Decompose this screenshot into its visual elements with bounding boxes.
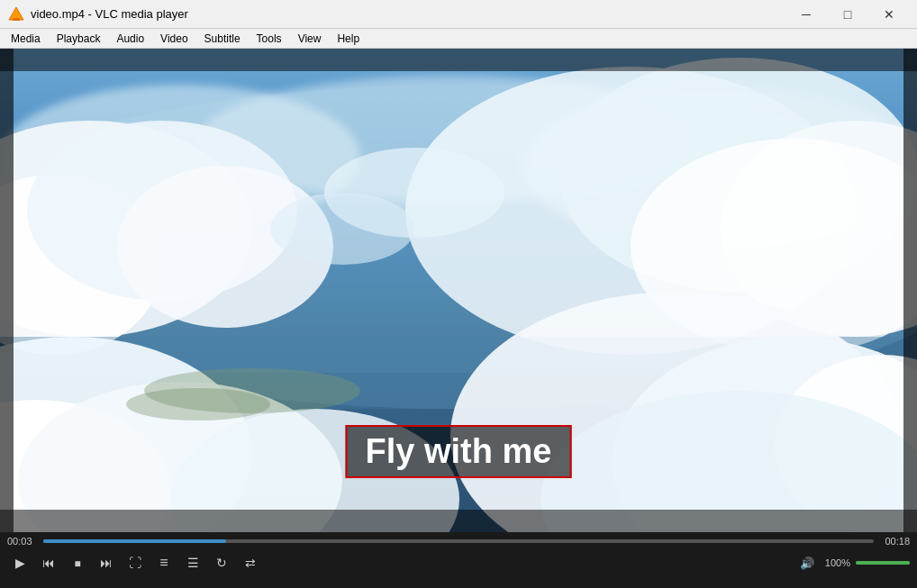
volume-controls: 100%	[794, 550, 910, 575]
loop-icon	[216, 555, 227, 571]
controls-bar: 00:03 00:18	[0, 532, 917, 588]
volume-icon	[800, 555, 814, 571]
play-icon	[15, 555, 25, 571]
minimize-button[interactable]: ─	[785, 0, 827, 29]
menu-view[interactable]: View	[291, 31, 329, 47]
menu-subtitle[interactable]: Subtitle	[197, 31, 248, 47]
vlc-icon	[7, 5, 25, 23]
next-icon	[100, 555, 113, 571]
svg-rect-31	[0, 49, 14, 532]
menu-help[interactable]: Help	[330, 31, 367, 47]
progress-fill	[43, 539, 226, 543]
menu-playback[interactable]: Playback	[50, 31, 108, 47]
svg-point-28	[126, 388, 270, 421]
volume-button[interactable]	[794, 550, 820, 575]
loop-button[interactable]	[209, 550, 234, 575]
window-title: video.mp4 - VLC media player	[31, 7, 188, 21]
extended-settings-button[interactable]	[151, 550, 177, 575]
menu-bar: Media Playback Audio Video Subtitle Tool…	[0, 29, 917, 49]
close-button[interactable]: ✕	[868, 0, 910, 29]
progress-row: 00:03 00:18	[7, 536, 910, 547]
title-bar-controls: ─ □ ✕	[785, 0, 910, 29]
random-button[interactable]	[238, 550, 263, 575]
next-button[interactable]	[94, 550, 119, 575]
volume-label: 100%	[825, 557, 850, 568]
random-icon	[245, 555, 256, 571]
previous-button[interactable]	[36, 550, 61, 575]
svg-rect-30	[0, 510, 917, 532]
play-button[interactable]	[7, 550, 32, 575]
menu-media[interactable]: Media	[4, 31, 48, 47]
menu-tools[interactable]: Tools	[250, 31, 289, 47]
svg-point-16	[270, 193, 414, 265]
stop-button[interactable]	[65, 550, 90, 575]
extended-settings-icon	[159, 555, 168, 571]
fullscreen-icon	[129, 555, 141, 571]
video-area[interactable]: Fly with me	[0, 49, 917, 532]
stop-icon	[74, 555, 80, 571]
menu-audio[interactable]: Audio	[109, 31, 151, 47]
time-total: 00:18	[881, 536, 910, 547]
svg-rect-1	[13, 18, 20, 21]
playback-controls	[7, 550, 263, 575]
playlist-icon	[187, 555, 199, 571]
volume-bar[interactable]	[856, 561, 910, 565]
maximize-button[interactable]: □	[827, 0, 868, 29]
subtitle-text: Fly with me	[346, 425, 572, 478]
volume-fill	[856, 561, 910, 565]
svg-rect-32	[903, 49, 917, 532]
time-current: 00:03	[7, 536, 36, 547]
fullscreen-button[interactable]	[123, 550, 148, 575]
title-bar-left: video.mp4 - VLC media player	[7, 5, 188, 23]
menu-video[interactable]: Video	[153, 31, 195, 47]
previous-icon	[42, 555, 55, 571]
svg-rect-29	[0, 49, 917, 71]
title-bar: video.mp4 - VLC media player ─ □ ✕	[0, 0, 917, 29]
playlist-button[interactable]	[180, 550, 205, 575]
buttons-row: 100%	[7, 550, 910, 575]
svg-marker-0	[9, 7, 23, 20]
progress-bar[interactable]	[43, 539, 874, 543]
